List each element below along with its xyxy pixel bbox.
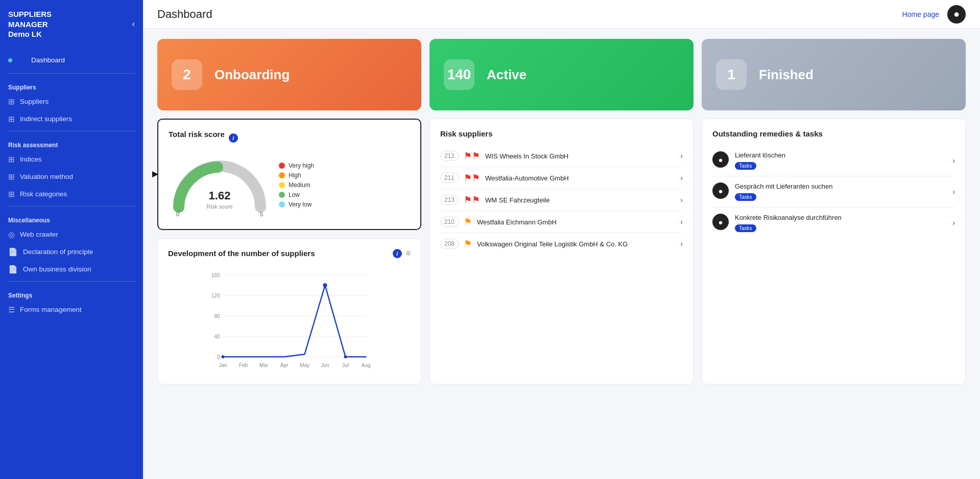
svg-text:Risk score: Risk score xyxy=(206,203,232,210)
task-chevron-1: › xyxy=(952,188,955,196)
risk-supplier-id-1: 211 xyxy=(440,173,459,183)
risk-supplier-icon-3: ⚑ xyxy=(464,216,472,227)
task-chevron-2: › xyxy=(952,219,955,227)
declaration-icon: 📄 xyxy=(8,247,18,257)
user-avatar[interactable]: ● xyxy=(947,5,966,24)
risk-supplier-row-1[interactable]: 211 ⚑⚑ Westfalia-Automotive GmbH › xyxy=(440,167,683,189)
legend-high: High xyxy=(279,172,314,179)
svg-text:0: 0 xyxy=(176,211,179,217)
chart-menu-icon[interactable]: ≡ xyxy=(406,249,411,258)
sidebar-item-label-declaration: Declaration of principle xyxy=(23,248,93,256)
sidebar-item-forms-management[interactable]: ☰ Forms management xyxy=(0,301,143,318)
sidebar-item-web-crawler[interactable]: ◎ Web crawler xyxy=(0,226,143,243)
svg-text:May: May xyxy=(300,362,309,368)
task-row-2[interactable]: ● Konkrete Risikoanalyse durchführen Tas… xyxy=(712,208,955,238)
sidebar-item-dashboard[interactable]: ⊞ Dashboard xyxy=(0,51,143,70)
legend-dot-low xyxy=(279,192,285,198)
svg-text:Apr: Apr xyxy=(280,362,289,368)
sidebar-nav: ⊞ Dashboard Suppliers ⊞ Suppliers ⊞ Indi… xyxy=(0,47,143,480)
kpi-label-finished: Finished xyxy=(759,67,814,83)
risk-supplier-id-2: 213 xyxy=(440,195,459,205)
sidebar-item-indirect-suppliers[interactable]: ⊞ Indirect suppliers xyxy=(0,110,143,128)
task-content-0: Lieferant löschen Tasks xyxy=(735,151,946,170)
risk-supplier-row-2[interactable]: 213 ⚑⚑ WM SE Fahrzeugteile › xyxy=(440,189,683,211)
legend-label-low: Low xyxy=(289,191,300,198)
legend-dot-medium xyxy=(279,182,285,188)
legend-dot-high xyxy=(279,172,285,178)
chart-info-icon[interactable]: i xyxy=(393,249,402,258)
risk-supplier-row-3[interactable]: 210 ⚑ Westfalia Eichmann GmbH › xyxy=(440,211,683,233)
svg-point-25 xyxy=(344,355,347,358)
svg-text:120: 120 xyxy=(211,293,220,299)
svg-text:1.62: 1.62 xyxy=(209,189,231,202)
sidebar-item-suppliers[interactable]: ⊞ Suppliers xyxy=(0,93,143,110)
risk-supplier-chevron-1: › xyxy=(680,174,683,182)
sidebar-item-indices[interactable]: ⊞ Indices xyxy=(0,151,143,168)
risk-supplier-icon-2: ⚑⚑ xyxy=(464,194,480,206)
chart-title-row: Development of the number of suppliers i… xyxy=(168,249,411,265)
indices-icon: ⊞ xyxy=(8,155,15,164)
task-row-0[interactable]: ● Lieferant löschen Tasks › xyxy=(712,145,955,176)
chart-svg: 160 120 80 40 0 Jan Feb Mar Apr May Jun … xyxy=(168,270,411,372)
legend-very-high: Very high xyxy=(279,162,314,169)
svg-text:Jun: Jun xyxy=(321,362,329,368)
content-area: 2 Onboarding 140 Active 1 Finished xyxy=(143,29,980,395)
sidebar-item-label-dashboard: Dashboard xyxy=(31,56,65,64)
sidebar-collapse-button[interactable]: ‹ xyxy=(132,19,135,29)
legend-very-low: Very low xyxy=(279,201,314,208)
sidebar-header: SUPPLIERS MANAGER Demo LK ‹ xyxy=(0,0,143,47)
risk-supplier-row-0[interactable]: 212 ⚑⚑ WIS Wheels In Stock GmbH › xyxy=(440,145,683,167)
risk-supplier-chevron-3: › xyxy=(680,218,683,226)
legend-label-medium: Medium xyxy=(289,181,310,189)
risk-score-info-icon[interactable]: i xyxy=(229,133,238,143)
task-badge-1: Tasks xyxy=(735,193,756,201)
task-content-1: Gespräch mit Lieferanten suchen Tasks xyxy=(735,183,946,201)
sidebar-item-label-indirect-suppliers: Indirect suppliers xyxy=(20,115,72,123)
legend-label-high: High xyxy=(289,172,301,179)
svg-text:5: 5 xyxy=(260,211,263,217)
risk-supplier-row-4[interactable]: 208 ⚑ Volkswagen Original Teile Logistik… xyxy=(440,233,683,255)
section-label-risk-assessment: Risk assessment xyxy=(0,134,143,151)
task-title-0: Lieferant löschen xyxy=(735,151,946,159)
svg-text:80: 80 xyxy=(214,313,220,319)
kpi-card-finished[interactable]: 1 Finished xyxy=(702,39,966,110)
risk-suppliers-title: Risk suppliers xyxy=(440,129,683,138)
page-title: Dashboard xyxy=(157,8,212,21)
kpi-number-onboarding: 2 xyxy=(172,59,202,90)
risk-supplier-name-3: Westfalia Eichmann GmbH xyxy=(477,218,675,226)
chart-card: Development of the number of suppliers i… xyxy=(157,238,421,384)
gauge-svg: 1.62 Risk score 0 5 xyxy=(169,151,271,219)
svg-text:Jul: Jul xyxy=(342,362,349,368)
sidebar-item-risk-categories[interactable]: ⊞ Risk categories xyxy=(0,186,143,203)
task-badge-2: Tasks xyxy=(735,224,756,232)
sidebar-item-label-own-business: Own business division xyxy=(23,265,91,273)
task-row-1[interactable]: ● Gespräch mit Lieferanten suchen Tasks … xyxy=(712,176,955,208)
task-avatar-1: ● xyxy=(712,183,729,199)
sidebar-item-own-business[interactable]: 📄 Own business division xyxy=(0,261,143,278)
task-badge-0: Tasks xyxy=(735,162,756,170)
risk-suppliers-card: Risk suppliers 212 ⚑⚑ WIS Wheels In Stoc… xyxy=(429,119,694,384)
svg-text:160: 160 xyxy=(211,272,220,278)
dashboard-icon: ⊞ xyxy=(18,55,26,66)
legend-label-very-low: Very low xyxy=(289,201,312,208)
kpi-card-active[interactable]: 140 Active xyxy=(429,39,694,110)
suppliers-icon: ⊞ xyxy=(8,97,15,106)
sidebar-item-label-forms-management: Forms management xyxy=(20,306,82,313)
sidebar-item-valuation-method[interactable]: ⊞ Valuation method xyxy=(0,168,143,186)
kpi-card-onboarding[interactable]: 2 Onboarding xyxy=(157,39,421,110)
risk-supplier-id-4: 208 xyxy=(440,239,459,249)
svg-text:Aug: Aug xyxy=(362,362,371,368)
own-business-icon: 📄 xyxy=(8,265,18,274)
section-label-miscellaneous: Miscellaneous xyxy=(0,210,143,226)
risk-legend: Very high High Medium xyxy=(279,162,314,208)
sidebar-item-declaration[interactable]: 📄 Declaration of principle xyxy=(0,243,143,261)
outstanding-card: Outstanding remedies & tasks ● Lieferant… xyxy=(702,119,966,384)
risk-supplier-chevron-2: › xyxy=(680,196,683,204)
homepage-link[interactable]: Home page xyxy=(902,10,939,18)
legend-dot-very-low xyxy=(279,201,285,208)
task-chevron-0: › xyxy=(952,156,955,165)
sidebar: SUPPLIERS MANAGER Demo LK ‹ ⊞ Dashboard … xyxy=(0,0,143,479)
svg-text:Feb: Feb xyxy=(239,362,248,368)
risk-supplier-name-0: WIS Wheels In Stock GmbH xyxy=(485,152,675,160)
risk-categories-icon: ⊞ xyxy=(8,190,15,199)
